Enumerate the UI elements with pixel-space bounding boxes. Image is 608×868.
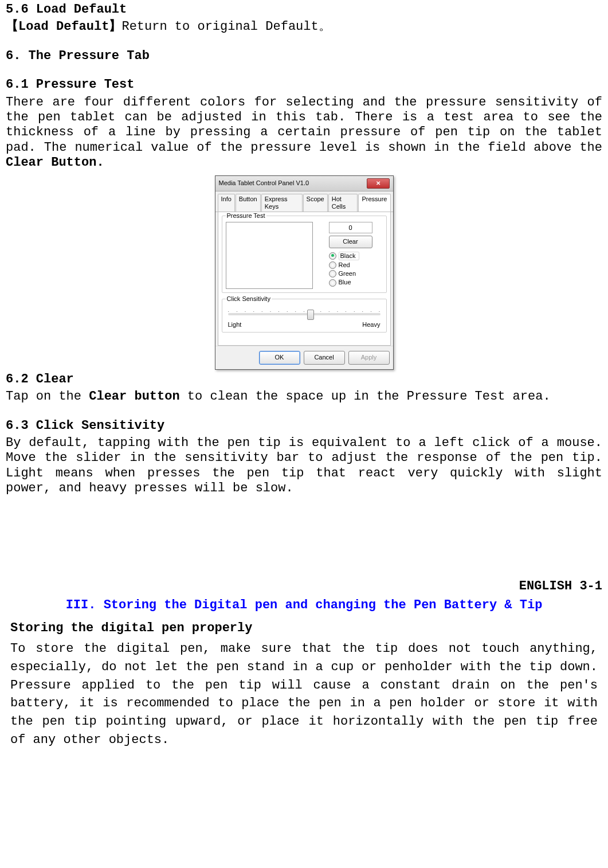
p62-b: Clear button	[89, 389, 179, 404]
paragraph-storing: To store the digital pen, make sure that…	[10, 640, 598, 749]
group-label-pt: Pressure Test	[226, 212, 266, 220]
group-label-cs: Click Sensitivity	[226, 295, 272, 303]
p61-body-b: Clear Button.	[6, 155, 104, 170]
pressure-test-canvas[interactable]	[226, 222, 313, 289]
p62-a: Tap on the	[6, 389, 89, 404]
heading-6-1: 6.1 Pressure Test	[6, 77, 602, 92]
dialog-footer: OK Cancel Apply	[215, 346, 393, 369]
load-default-bracket: 【Load Default】	[6, 19, 121, 34]
heading-6: 6. The Pressure Tab	[6, 49, 602, 64]
heading-6-3: 6.3 Click Sensitivity	[6, 419, 602, 433]
titlebar[interactable]: Media Tablet Control Panel V1.0 ✕	[215, 176, 393, 191]
radio-icon[interactable]	[329, 279, 336, 287]
tab-body: Pressure Test 0 Clear Black Red	[218, 212, 391, 346]
p61-body-a: There are four different colors for sele…	[6, 95, 602, 155]
tab-pressure[interactable]: Pressure	[358, 194, 390, 212]
tab-scope[interactable]: Scope	[303, 194, 328, 212]
radio-blue[interactable]: Blue	[329, 279, 383, 286]
heading-part-3: III. Storing the Digital pen and changin…	[10, 596, 598, 615]
paragraph-6-1: There are four different colors for sele…	[6, 95, 602, 171]
cancel-button[interactable]: Cancel	[304, 351, 345, 365]
slider-thumb[interactable]	[307, 310, 314, 320]
slider-label-heavy: Heavy	[362, 321, 380, 329]
tab-express-keys[interactable]: Express Keys	[261, 194, 303, 212]
ok-button[interactable]: OK	[259, 351, 300, 365]
clear-button[interactable]: Clear	[329, 236, 372, 248]
radio-red[interactable]: Red	[329, 261, 383, 269]
radio-icon[interactable]	[329, 252, 336, 260]
heading-storing: Storing the digital pen properly	[10, 619, 598, 638]
close-icon[interactable]: ✕	[367, 178, 390, 189]
radio-icon[interactable]	[329, 270, 336, 277]
radio-label-green: Green	[339, 270, 356, 277]
window-title: Media Tablet Control Panel V1.0	[219, 179, 309, 187]
paragraph-6-2: Tap on the Clear button to clean the spa…	[6, 389, 602, 404]
paragraph-5-6: 【Load Default】Return to original Default…	[6, 19, 602, 34]
slider-label-light: Light	[228, 321, 242, 329]
sensitivity-slider[interactable]: ···················	[228, 313, 381, 315]
radio-icon[interactable]	[329, 261, 336, 269]
radio-green[interactable]: Green	[329, 270, 383, 277]
radio-label-black: Black	[339, 252, 360, 260]
radio-label-blue: Blue	[339, 279, 351, 286]
heading-6-2: 6.2 Clear	[6, 372, 602, 387]
radio-black[interactable]: Black	[329, 252, 383, 260]
radio-label-red: Red	[339, 261, 350, 269]
paragraph-6-3: By default, tapping with the pen tip is …	[6, 436, 602, 496]
tab-button[interactable]: Button	[236, 194, 261, 212]
page-label: ENGLISH 3-1	[6, 579, 602, 594]
tab-hot-cells[interactable]: Hot Cells	[328, 194, 358, 212]
p62-c: to clean the space up in the Pressure Te…	[180, 389, 551, 404]
load-default-text: Return to original Default。	[121, 19, 331, 34]
heading-5-6: 5.6 Load Default	[6, 2, 602, 17]
tabs-row: Info Button Express Keys Scope Hot Cells…	[215, 191, 393, 212]
group-pressure-test: Pressure Test 0 Clear Black Red	[222, 216, 387, 293]
tab-info[interactable]: Info	[218, 194, 235, 212]
apply-button[interactable]: Apply	[348, 351, 390, 365]
control-panel-dialog: Media Tablet Control Panel V1.0 ✕ Info B…	[215, 175, 394, 370]
pressure-value-field: 0	[329, 222, 372, 233]
group-click-sensitivity: Click Sensitivity ··················· Li…	[222, 299, 387, 333]
